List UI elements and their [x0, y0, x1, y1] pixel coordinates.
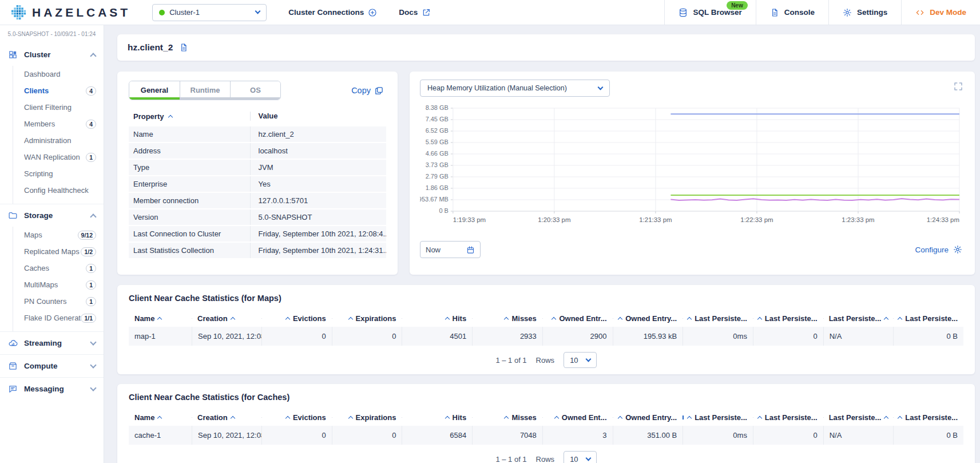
column-header-name-0[interactable]: Name: [129, 413, 192, 422]
cloud-icon: [8, 338, 18, 348]
page-size-select[interactable]: 10: [564, 451, 596, 463]
sidebar-section-compute[interactable]: Compute: [0, 355, 104, 377]
time-range-input[interactable]: Now: [420, 241, 481, 258]
sidebar-item-scripting[interactable]: Scripting: [13, 165, 104, 182]
column-header-last-persiste-11[interactable]: Last Persiste...: [893, 314, 963, 323]
sidebar-item-administration[interactable]: Administration: [13, 132, 104, 149]
table-cell: 3: [542, 426, 613, 445]
column-header-owned-entry-7[interactable]: Owned Entry...: [613, 413, 683, 422]
column-header-misses-5[interactable]: Misses: [472, 314, 542, 323]
column-label: Last Persiste...: [829, 314, 882, 323]
sidebar-item-wan-replication[interactable]: WAN Replication1: [13, 149, 104, 165]
column-header-last-persiste-11[interactable]: Last Persiste...: [893, 413, 963, 422]
property-key: Enterprise: [129, 176, 250, 192]
metric-select[interactable]: Heap Memory Utilization (Manual Selectio…: [420, 80, 610, 97]
tab-os[interactable]: OS: [230, 81, 280, 100]
column-header-last-persiste-10[interactable]: Last Persiste...: [823, 314, 894, 323]
sidebar-item-label: Flake ID Generators: [24, 314, 81, 322]
column-header-last-persiste-9[interactable]: Last Persiste...: [753, 314, 823, 323]
sidebar-section-streaming[interactable]: Streaming: [0, 332, 104, 354]
hazelcast-logo[interactable]: HAZELCAST: [0, 0, 138, 25]
column-header-owned-entr-6[interactable]: Owned Entr...: [542, 314, 613, 323]
column-divider: [823, 318, 824, 319]
sidebar-item-clients[interactable]: Clients4: [13, 82, 104, 99]
sidebar: 5.0-SNAPSHOT - 10/09/21 - 01:24 ClusterD…: [0, 25, 104, 463]
column-header-creation-1[interactable]: Creation: [192, 413, 261, 422]
copy-button[interactable]: Copy: [351, 86, 384, 96]
configure-button[interactable]: Configure: [915, 245, 962, 254]
property-row: Member connection127.0.0.1:5701: [129, 193, 386, 209]
sidebar-item-dashboard[interactable]: Dashboard: [13, 66, 104, 82]
sidebar-item-flake-id-generators[interactable]: Flake ID Generators1/1: [13, 310, 104, 326]
page-size-select[interactable]: 10: [564, 352, 596, 368]
sidebar-item-label: Maps: [24, 231, 78, 239]
property-value: localhost: [250, 143, 387, 159]
column-header-expirations-3[interactable]: Expirations: [332, 314, 402, 323]
table-cell: 2933: [472, 327, 542, 346]
tab-runtime[interactable]: Runtime: [180, 81, 230, 100]
property-value: hz.client_2: [250, 126, 387, 142]
sidebar-item-replicated-maps[interactable]: Replicated Maps1/2: [13, 243, 104, 260]
sidebar-item-label: Config Healthcheck: [24, 186, 96, 195]
expand-icon[interactable]: [953, 81, 963, 92]
column-divider: [613, 318, 613, 319]
chart-panel: Heap Memory Utilization (Manual Selectio…: [410, 72, 975, 275]
chevron-up-icon: [90, 53, 96, 59]
column-header-name-0[interactable]: Name: [129, 314, 192, 323]
table-row[interactable]: cache-1Sep 10, 2021, 12:08:4600658470483…: [129, 426, 963, 445]
svg-text:1:21:33 pm: 1:21:33 pm: [639, 216, 672, 223]
sidebar-item-client-filtering[interactable]: Client Filtering: [13, 99, 104, 116]
column-header-evictions-2[interactable]: Evictions: [261, 314, 332, 323]
column-header-owned-ent-6[interactable]: Owned Ent...: [542, 413, 613, 422]
column-divider: [261, 417, 262, 418]
property-key: Name: [129, 126, 250, 142]
sidebar-section-storage[interactable]: Storage: [0, 204, 104, 227]
sidebar-item-members[interactable]: Members4: [13, 116, 104, 132]
property-column-header[interactable]: Property: [129, 112, 250, 121]
sidebar-section-label: Compute: [24, 362, 85, 370]
sidebar-item-pn-counters[interactable]: PN Counters1: [13, 293, 104, 310]
column-header-hits-4[interactable]: Hits: [402, 413, 472, 422]
caches-pagination: 1 – 1 of 1Rows10: [129, 449, 963, 463]
sql-browser-button[interactable]: New SQL Browser: [664, 0, 755, 25]
property-row: Namehz.client_2: [129, 126, 386, 143]
column-header-creation-1[interactable]: Creation: [192, 314, 261, 323]
column-divider: [472, 417, 473, 418]
column-header-last-persiste-9[interactable]: Last Persiste...: [753, 413, 823, 422]
table-cell: 0: [753, 327, 823, 346]
column-header-hits-4[interactable]: Hits: [402, 314, 472, 323]
sidebar-item-config-healthcheck[interactable]: Config Healthcheck: [13, 182, 104, 199]
external-link-icon: [422, 8, 431, 17]
sidebar-item-label: Caches: [24, 264, 86, 272]
svg-text:1.86 GB: 1.86 GB: [426, 184, 449, 191]
column-header-misses-5[interactable]: Misses: [472, 413, 542, 422]
column-header-expirations-3[interactable]: Expirations: [332, 413, 402, 422]
table-row[interactable]: map-1Sep 10, 2021, 12:08:460045012933290…: [129, 327, 963, 346]
tab-general[interactable]: General: [129, 81, 180, 100]
settings-button[interactable]: Settings: [828, 0, 901, 25]
sidebar-item-label: WAN Replication: [24, 153, 86, 161]
sidebar-section-messaging[interactable]: Messaging: [0, 378, 104, 400]
property-key: Version: [129, 209, 250, 225]
column-header-evictions-2[interactable]: Evictions: [261, 413, 332, 422]
column-header-last-persiste-10[interactable]: Last Persiste...: [823, 413, 894, 422]
copy-document-icon[interactable]: [179, 43, 188, 52]
sidebar-item-maps[interactable]: Maps9/12: [13, 227, 104, 243]
console-button[interactable]: Console: [756, 0, 828, 25]
column-header-last-persiste-8[interactable]: Last Persiste...: [683, 314, 753, 323]
dev-mode-button[interactable]: Dev Mode: [901, 0, 980, 25]
table-cell: 0: [261, 426, 332, 445]
property-value: 5.0-SNAPSHOT: [250, 209, 387, 225]
sidebar-section-cluster[interactable]: Cluster: [0, 43, 104, 66]
cluster-select[interactable]: Cluster-1: [152, 4, 267, 21]
docs-link[interactable]: Docs: [399, 0, 431, 25]
column-label: Last Persiste...: [695, 314, 747, 323]
sidebar-item-multimaps[interactable]: MultiMaps1: [13, 276, 104, 293]
column-divider: [683, 318, 683, 319]
column-header-owned-entry-7[interactable]: Owned Entry...: [613, 314, 683, 323]
client-header-card: hz.client_2: [117, 34, 975, 61]
sort-caret-icon: [504, 316, 509, 321]
column-header-last-persiste-8[interactable]: Last Persiste...: [683, 413, 753, 422]
cluster-connections-link[interactable]: Cluster Connections: [288, 0, 377, 25]
sidebar-item-caches[interactable]: Caches1: [13, 260, 104, 276]
